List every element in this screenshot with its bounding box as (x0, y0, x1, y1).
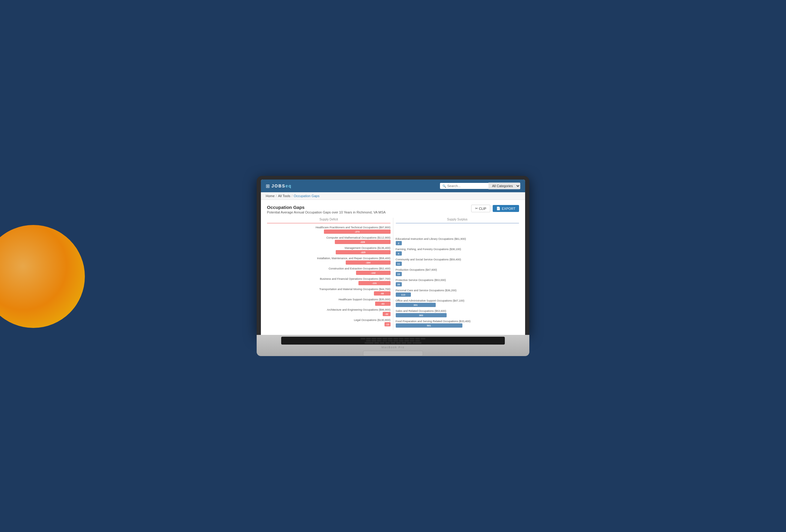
breadcrumb-home[interactable]: Home (266, 194, 275, 198)
laptop-keyboard-base: MacBook Pro (257, 335, 529, 356)
surplus-item: Production Occupations ($47,600) 19 (396, 268, 519, 276)
deficit-bar: -13 (385, 322, 391, 327)
surplus-item: Protective Service Occupations ($53,000)… (396, 279, 519, 286)
surplus-bar: 383 (396, 313, 447, 317)
key-row-1 (282, 338, 504, 339)
surplus-item: Sales and Related Occupations ($53,600) … (396, 310, 519, 317)
breadcrumb: Home / All Tools / Occupation Gaps (261, 192, 525, 200)
search-box: 🔍 (440, 183, 488, 189)
key-row-2 (282, 340, 504, 342)
deficit-bar: -32 (383, 312, 391, 316)
decorative-circle (0, 225, 85, 328)
deficit-item: Computer and Mathematical Occupations ($… (267, 236, 391, 244)
deficit-label: Healthcare Support Occupations ($35,000) (267, 298, 391, 301)
deficit-bar-container: -131 (267, 281, 391, 285)
chart-right-header: Supply Surplus (396, 218, 519, 221)
breadcrumb-all-tools[interactable]: All Tools (278, 194, 290, 198)
search-area: 🔍 All Categories (440, 183, 520, 189)
surplus-label: Community and Social Service Occupations… (396, 258, 519, 261)
key (383, 338, 387, 339)
key (377, 340, 382, 342)
key (377, 338, 382, 339)
surplus-bar-container: 301 (396, 303, 519, 307)
key (393, 340, 398, 342)
key (361, 338, 365, 339)
deficit-label: Business and Financial Operations Occupa… (267, 277, 391, 281)
key (407, 342, 412, 344)
chart-right: Supply Surplus Educational Instruction a… (393, 218, 519, 330)
chart-left-header: Supply Deficit (267, 218, 391, 221)
deficit-label: Computer and Mathematical Occupations ($… (267, 236, 391, 239)
deficit-bar-container: -68 (267, 291, 391, 295)
clip-icon: ✂ (475, 207, 478, 211)
deficit-bar-container: -225 (267, 250, 391, 255)
surplus-bar-container: 11 (396, 262, 519, 266)
action-buttons: ✂ CLIP 📄 EXPORT (471, 205, 519, 212)
deficit-label: Legal Occupations ($130,800) (267, 318, 391, 321)
deficit-bar: -142 (356, 271, 391, 275)
export-button[interactable]: 📄 EXPORT (493, 205, 519, 212)
deficit-label: Architecture and Engineering Occupations… (267, 308, 391, 311)
deficit-item: Architecture and Engineering Occupations… (267, 308, 391, 316)
page-subtitle: Potential Average Annual Occupation Gaps… (267, 211, 386, 214)
surplus-bar-container: 501 (396, 323, 519, 328)
deficit-bar: -273 (324, 229, 391, 234)
surplus-divider-line (396, 223, 519, 223)
deficit-item: Healthcare Support Occupations ($35,000)… (267, 298, 391, 306)
key (393, 338, 398, 339)
surplus-bar: 11 (396, 262, 402, 266)
deficit-item: Transportation and Material Moving Occup… (267, 288, 391, 295)
surplus-bars: Educational Instruction and Library Occu… (396, 226, 519, 328)
export-icon: 📄 (496, 207, 501, 211)
deficit-item: Installation, Maintenance, and Repair Oc… (267, 257, 391, 265)
laptop-screen-inner: ⊞ JOBSeq 🔍 All Categories H (261, 179, 525, 335)
key (371, 340, 376, 342)
surplus-item: Educational Instruction and Library Occu… (396, 237, 519, 245)
key (404, 340, 409, 342)
surplus-bar-container: 19 (396, 272, 519, 276)
surplus-label: Food Preparation and Serving Related Occ… (396, 320, 519, 323)
deficit-bar: -184 (346, 260, 391, 265)
key (412, 342, 421, 344)
deficit-bar: -63 (375, 301, 391, 306)
surplus-label: Production Occupations ($47,600) (396, 268, 519, 271)
macbook-label: MacBook Pro (382, 346, 404, 349)
breadcrumb-sep-1: / (276, 194, 277, 198)
deficit-label: Installation, Maintenance, and Repair Oc… (267, 257, 391, 260)
breadcrumb-current[interactable]: Occupation Gaps (294, 194, 319, 198)
deficit-bar-container: -273 (267, 229, 391, 234)
deficit-bars: Healthcare Practitioners and Technical O… (267, 226, 391, 327)
key (366, 338, 371, 339)
keyboard-rows (281, 337, 505, 344)
key (383, 340, 387, 342)
key (366, 340, 371, 342)
deficit-divider-line (267, 223, 391, 223)
category-dropdown[interactable]: All Categories (488, 183, 520, 189)
surplus-bar: 39 (396, 282, 402, 286)
clip-button[interactable]: ✂ CLIP (471, 205, 490, 212)
page-title: Occupation Gaps (267, 205, 386, 210)
surplus-empty-row (396, 226, 519, 235)
deficit-bar-container: -228 (267, 240, 391, 244)
surplus-bar-container: 39 (396, 282, 519, 286)
logo-text: JOBSeq (272, 184, 292, 188)
surplus-bar: 301 (396, 303, 436, 307)
surplus-bar: 6 (396, 251, 402, 256)
surplus-bar: 501 (396, 323, 462, 328)
laptop-device: ⊞ JOBSeq 🔍 All Categories H (257, 176, 529, 356)
deficit-label: Transportation and Material Moving Occup… (267, 288, 391, 291)
key (410, 340, 415, 342)
key (385, 342, 390, 344)
main-content: Occupation Gaps Potential Average Annual… (261, 200, 525, 335)
deficit-label: Healthcare Practitioners and Technical O… (267, 226, 391, 229)
deficit-bar-container: -13 (267, 322, 391, 327)
search-input[interactable] (447, 184, 484, 188)
key (374, 342, 379, 344)
key (415, 340, 420, 342)
deficit-item: Healthcare Practitioners and Technical O… (267, 226, 391, 234)
key (388, 340, 393, 342)
surplus-bar: 2 (396, 241, 402, 245)
key (410, 338, 415, 339)
surplus-bar: 19 (396, 272, 402, 276)
deficit-item: Legal Occupations ($130,800) -13 (267, 318, 391, 327)
